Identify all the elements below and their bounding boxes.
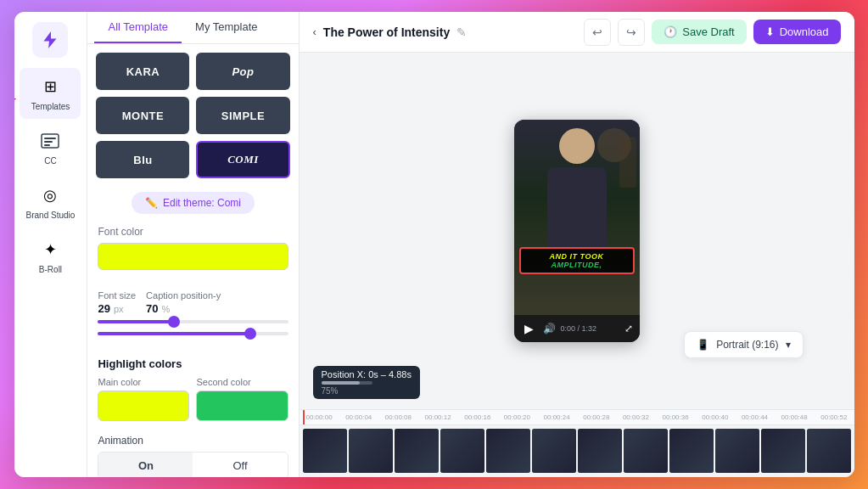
canvas-area: AND IT TOOK AMPLITUDE, ▶ 🔊 0:00 / 1:32 ⤢… bbox=[300, 53, 854, 409]
template-simple[interactable]: SIMPLE bbox=[196, 97, 289, 134]
edit-title-icon[interactable]: ✎ bbox=[456, 25, 467, 39]
timeline-thumb-4 bbox=[440, 429, 484, 473]
tab-my-template[interactable]: My Template bbox=[182, 12, 271, 43]
download-button[interactable]: ⬇ Download bbox=[753, 20, 841, 44]
tick-4: 00:00:16 bbox=[464, 413, 490, 421]
template-grid: KARA Pop MONTE SIMPLE Blu COMI bbox=[87, 44, 298, 187]
sidebar-item-cc[interactable]: CC bbox=[20, 122, 81, 173]
highlight-row: Main color Second color bbox=[98, 377, 288, 421]
timeline-thumb-1 bbox=[303, 429, 347, 473]
animation-off-button[interactable]: Off bbox=[193, 452, 287, 477]
redo-button[interactable]: ↪ bbox=[618, 19, 645, 46]
tick-13: 00:00:52 bbox=[820, 413, 847, 421]
edit-icon: ✏️ bbox=[145, 197, 158, 209]
tick-3: 00:00:12 bbox=[425, 413, 451, 421]
size-position-row: Font size 29 px Caption position-y 70 % bbox=[98, 290, 288, 315]
animation-section: Animation On Off bbox=[87, 428, 298, 477]
timeline-thumb-6 bbox=[532, 429, 576, 473]
template-pop[interactable]: Pop bbox=[196, 53, 289, 90]
tick-11: 00:00:44 bbox=[742, 413, 768, 421]
header: ‹ The Power of Intensity ✎ ↩ ↪ 🕐 Save Dr… bbox=[300, 12, 854, 53]
save-label: Save Draft bbox=[682, 25, 734, 38]
font-size-label: Font size bbox=[98, 290, 136, 301]
main-color-picker[interactable] bbox=[98, 391, 189, 421]
sidebar-item-label-b-roll: B-Roll bbox=[39, 265, 62, 275]
font-size-group: Font size 29 px bbox=[98, 290, 136, 315]
second-color-label: Second color bbox=[196, 377, 288, 387]
animation-on-button[interactable]: On bbox=[98, 452, 193, 477]
sidebar-item-label-templates: Templates bbox=[31, 102, 70, 112]
font-size-slider[interactable] bbox=[98, 320, 288, 323]
subtitle-bar: AND IT TOOK AMPLITUDE, bbox=[519, 247, 635, 274]
edit-theme-button[interactable]: ✏️ Edit theme: Comi bbox=[132, 192, 255, 214]
format-selector[interactable]: 📱 Portrait (9:16) ▾ bbox=[684, 331, 803, 358]
tick-12: 00:00:48 bbox=[781, 413, 808, 421]
tick-10: 00:00:40 bbox=[702, 413, 728, 421]
second-color-picker[interactable] bbox=[196, 391, 288, 421]
timeline-playhead bbox=[303, 410, 305, 424]
timeline: 00:00:00 00:00:04 00:00:08 00:00:12 00:0… bbox=[300, 409, 854, 477]
font-size-value[interactable]: 29 bbox=[98, 302, 109, 315]
tick-6: 00:00:24 bbox=[544, 413, 570, 421]
sidebar: ⊞ Templates CC ◎ Brand Studio ✦ B-Roll ➤ bbox=[14, 12, 88, 477]
b-roll-icon: ✦ bbox=[38, 238, 62, 261]
tick-7: 00:00:28 bbox=[583, 413, 609, 421]
template-blu[interactable]: Blu bbox=[96, 141, 189, 178]
position-percentage: 75% bbox=[322, 386, 412, 396]
position-fill bbox=[322, 381, 360, 385]
tick-1: 00:00:04 bbox=[345, 413, 372, 421]
timeline-thumb-3 bbox=[395, 429, 439, 473]
save-draft-button[interactable]: 🕐 Save Draft bbox=[652, 20, 746, 44]
main-color-group: Main color bbox=[98, 377, 189, 421]
caption-position-label: Caption position-y bbox=[146, 290, 221, 301]
cc-icon bbox=[38, 129, 62, 153]
tick-8: 00:00:32 bbox=[623, 413, 649, 421]
edit-theme-label: Edit theme: Comi bbox=[163, 197, 241, 209]
person-head bbox=[559, 128, 595, 164]
ruler-ticks: 00:00:00 00:00:04 00:00:08 00:00:12 00:0… bbox=[303, 413, 851, 421]
play-button[interactable]: ▶ bbox=[521, 320, 538, 337]
tick-9: 00:00:36 bbox=[663, 413, 689, 421]
sidebar-item-label-brand-studio: Brand Studio bbox=[26, 211, 76, 221]
person-body bbox=[547, 167, 607, 252]
timeline-thumb-9 bbox=[669, 429, 714, 473]
main-area: ‹ The Power of Intensity ✎ ↩ ↪ 🕐 Save Dr… bbox=[300, 12, 854, 477]
back-button[interactable]: ‹ bbox=[313, 25, 316, 38]
download-label: Download bbox=[780, 25, 829, 38]
timeline-thumb-5 bbox=[486, 429, 530, 473]
animation-toggle: On Off bbox=[98, 452, 288, 477]
second-color-group: Second color bbox=[196, 377, 288, 421]
back-icon: ‹ bbox=[313, 25, 316, 38]
timeline-thumb-8 bbox=[624, 429, 668, 473]
page-title: The Power of Intensity bbox=[323, 25, 450, 39]
red-arrow-indicator: ➤ bbox=[14, 88, 16, 110]
font-color-picker[interactable] bbox=[98, 243, 288, 270]
timeline-thumb-11 bbox=[761, 429, 805, 473]
caption-position-slider[interactable] bbox=[98, 332, 288, 335]
template-monte[interactable]: MONTE bbox=[96, 97, 189, 134]
panel-tabs: All Template My Template bbox=[87, 12, 298, 44]
format-icon: 📱 bbox=[697, 339, 709, 351]
svg-rect-2 bbox=[44, 141, 53, 143]
volume-icon[interactable]: 🔊 bbox=[543, 323, 556, 334]
timeline-thumb-12 bbox=[807, 429, 851, 473]
fullscreen-icon[interactable]: ⤢ bbox=[624, 323, 633, 334]
sidebar-item-label-cc: CC bbox=[44, 156, 56, 166]
tab-all-template[interactable]: All Template bbox=[94, 12, 182, 43]
sidebar-item-brand-studio[interactable]: ◎ Brand Studio bbox=[20, 177, 81, 228]
highlight-colors-label: Highlight colors bbox=[98, 357, 288, 370]
caption-position-unit: % bbox=[162, 304, 171, 314]
template-comi[interactable]: COMI bbox=[196, 141, 289, 178]
timeline-track[interactable] bbox=[300, 425, 854, 477]
position-label: Position X: 0s – 4.88s bbox=[322, 369, 412, 379]
download-icon: ⬇ bbox=[765, 25, 775, 38]
undo-button[interactable]: ↩ bbox=[584, 19, 611, 46]
chevron-down-icon: ▾ bbox=[786, 339, 791, 351]
template-kara[interactable]: KARA bbox=[96, 53, 189, 90]
sidebar-item-b-roll[interactable]: ✦ B-Roll bbox=[20, 231, 81, 282]
save-icon: 🕐 bbox=[664, 25, 677, 38]
sidebar-item-templates[interactable]: ⊞ Templates bbox=[20, 68, 81, 119]
subtitle-part2: AMPLITUDE, bbox=[552, 261, 602, 269]
redo-icon: ↪ bbox=[626, 25, 636, 39]
caption-position-value[interactable]: 70 bbox=[146, 302, 158, 315]
